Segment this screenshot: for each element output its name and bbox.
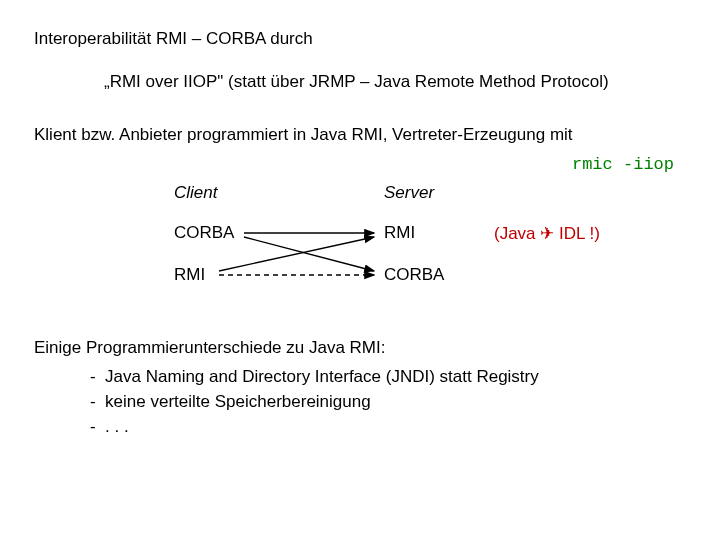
klient-line: Klient bzw. Anbieter programmiert in Jav… (34, 124, 694, 147)
diff-heading: Einige Programmierunterschiede zu Java R… (34, 337, 694, 360)
title-line: Interoperabilität RMI – CORBA durch (34, 28, 694, 51)
list-item: . . . (90, 416, 694, 439)
list-item: keine verteilte Speicherbereinigung (90, 391, 694, 414)
list-item: Java Naming and Directory Interface (JND… (90, 366, 694, 389)
svg-line-1 (244, 237, 374, 271)
rmic-command: rmic -iiop (572, 155, 674, 174)
diagram-area: Client Server CORBA RMI RMI CORBA (Java … (34, 183, 694, 313)
diagram-arrows (34, 183, 694, 313)
svg-line-2 (219, 237, 374, 271)
diff-bullets: Java Naming and Directory Interface (JND… (90, 366, 694, 439)
quote-line: „RMI over IIOP" (statt über JRMP – Java … (104, 71, 694, 94)
